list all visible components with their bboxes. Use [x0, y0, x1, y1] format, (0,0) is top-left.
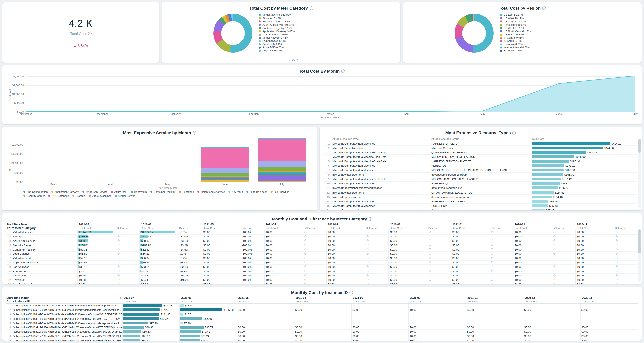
resource-group-cell[interactable]: devappserviceresourcegroup [431, 173, 532, 176]
legend-item-log-analytics[interactable]: Log Analytics 1.34% [259, 39, 341, 42]
month-header-2020-11[interactable]: 2020-11 [580, 296, 638, 299]
info-icon[interactable]: i [369, 217, 372, 221]
bar-segment-storage[interactable] [201, 168, 249, 173]
stacked-bar-march[interactable] [30, 137, 78, 182]
resource-group-cell[interactable]: HARNESS-UI-TEST-INFRA [431, 200, 532, 203]
table-row[interactable]: 13microsoft.web/serverfarmsdevappservice… [324, 195, 637, 199]
resource-group-cell[interactable]: HARNESS-FUNCTIONAL-TEST [431, 160, 532, 163]
legend-item-insight-and-analytics[interactable]: Insight and Analytics [198, 190, 225, 193]
sub-column-header[interactable]: Total Cost [524, 300, 537, 303]
resource-type-cell[interactable]: Microsoft.Compute/virtualMachineScaleSet… [332, 160, 431, 163]
resource-type-cell[interactable]: microsoft.operationalinsights/workspaces [332, 187, 431, 189]
legend-item-log-analytics[interactable]: Log Analytics [270, 190, 289, 193]
meter-category-cell[interactable]: 10Bandwidth [6, 269, 77, 273]
legend-item-us-west-2[interactable]: US West 2 5.18% [500, 26, 582, 30]
bar-segment-virtual-machines[interactable] [201, 148, 249, 168]
resource-type-cell[interactable]: Microsoft.Compute/virtualMachineScaleSet… [332, 155, 431, 158]
bar-segment-container-registry[interactable] [258, 173, 306, 175]
month-header-2021-05[interactable]: 2021-05 [202, 223, 264, 226]
sub-column-header[interactable]: Total Cost [466, 300, 480, 303]
table-row[interactable]: 16microsoft.web/serverfarmsdocexample-rg… [324, 208, 637, 210]
stacked-bar-may[interactable] [144, 137, 192, 182]
month-header-2021-02[interactable]: 2021-02 [388, 223, 451, 226]
sub-column-header[interactable]: Total Cost [352, 300, 365, 303]
legend-item-in-central[interactable]: IN Central 0.06% [500, 36, 582, 39]
previous-months-chevron-icon[interactable]: ‹ [120, 296, 122, 300]
legend-item-azure-dns[interactable]: Azure DNS 0.03% [259, 46, 341, 49]
legend-item-container-registry[interactable]: Container Registry [150, 190, 176, 193]
table-row[interactable]: 3Azure App Service$330.51∅$88.80-73.1%$0… [6, 239, 638, 243]
table-row[interactable]: 5Container Registry$80.36∅$52.53-34.6%$0… [6, 247, 638, 252]
legend-item-security-center[interactable]: Security Center [23, 194, 45, 197]
resource-type-cell[interactable]: Microsoft.Compute/virtualMachines [332, 169, 431, 171]
legend-item-unassigned[interactable]: Unassigned 8.93% [500, 23, 582, 26]
sub-column-header[interactable]: Difference [489, 227, 513, 229]
table-row[interactable]: 12Key Vault$0.08∅$0.64691.0%$0.00-100.0%… [6, 278, 638, 282]
resource-group-cell[interactable]: MC_CERESOURCEGROUP_CE-TEST-DONTDELETE_EA… [431, 169, 532, 171]
legend-item-security-center[interactable]: Security Center 10.82% [259, 20, 341, 23]
month-header-2021-01[interactable]: 2021-01 [451, 223, 513, 226]
resource-group-cell[interactable]: MC_CV-TEST_CV_TEST_EASTUS [431, 155, 532, 158]
meter-category-cell[interactable]: 4Security Center [6, 243, 77, 247]
month-header-2021-01[interactable]: 2021-01 [466, 296, 523, 299]
stacked-bar-june[interactable] [201, 137, 249, 182]
table-row[interactable]: 13App Configuration$0.00∅$0.00∅$0.00∅$0.… [6, 282, 638, 284]
sub-column-header[interactable]: Total Cost [451, 227, 489, 229]
legend-item-in-south[interactable]: IN South 0.04% [500, 39, 582, 42]
resource-type-cell[interactable]: Microsoft.Compute/virtualMachines [332, 200, 431, 203]
sub-column-header[interactable]: Difference [427, 227, 451, 229]
row-dimension-header[interactable]: Azure Instance ID [6, 300, 122, 303]
sub-column-header[interactable]: Total Cost [513, 227, 551, 229]
table-row[interactable]: 1Virtual Machines$1,143.93∅$1,072.17-6.3… [6, 230, 638, 235]
month-header-2021-03[interactable]: 2021-03 [351, 296, 409, 299]
meter-category-cell[interactable]: 7Virtual Network [6, 256, 77, 260]
info-icon[interactable]: i [192, 131, 196, 134]
resource-group-cell[interactable]: KERBEROS [431, 164, 532, 167]
sub-column-header[interactable]: Difference [115, 227, 140, 229]
sub-column-header[interactable]: Total Cost [576, 227, 614, 229]
bar-segment-application-gateway[interactable] [258, 181, 306, 182]
instance-id-cell[interactable]: 9/subscriptions/20d6a917-99fa-4b1b-9b2e-… [6, 339, 122, 341]
table-row[interactable]: 11Azure DNS$0.65∅$0.54-15.7%$0.00-100.0%… [6, 274, 638, 278]
scrollbar-thumb[interactable] [638, 139, 641, 153]
table-row[interactable]: 6Load Balancer$55.82∅$56.230.7%$0.00-100… [6, 252, 638, 256]
row-dimension-header[interactable]: Azure Meter Category [6, 226, 77, 230]
legend-item-bandwidth[interactable]: Bandwidth 0.19% [259, 43, 341, 46]
resource-type-cell[interactable]: microsoft.web/serverfarms [332, 209, 431, 210]
table-row[interactable]: 12microsoft.web/serverfarmsQA-AUTOMATION… [324, 190, 637, 195]
table-row[interactable]: 10Microsoft.Compute/virtualMachinesHARNE… [324, 182, 637, 186]
legend-item-virtual-network[interactable]: Virtual Network 2.46% [259, 36, 341, 39]
resource-type-cell[interactable]: Microsoft.Compute/virtualMachineScaleSet… [332, 178, 431, 181]
table-row[interactable]: 8Application Gateway$46.52∅$79.3570.6%$0… [6, 261, 638, 265]
previous-months-chevron-icon[interactable]: ‹ [75, 222, 77, 226]
resource-type-cell[interactable]: Microsoft.Compute/virtualMachineScaleSet… [332, 151, 431, 154]
resource-group-cell[interactable]: HARNESS-QA [431, 182, 532, 185]
month-header-2021-06[interactable]: 2021-06 [180, 296, 237, 299]
table-row[interactable]: 8microsoft.web/serverfarmsdevappservicer… [324, 173, 637, 177]
legend-item-virtual-network[interactable]: Virtual Network [115, 194, 136, 197]
resource-group-cell[interactable]: HARNESS-QA-SETUP [431, 142, 532, 145]
table-row[interactable]: 4/subscriptions/20d6a917-99fa-4b1b-9b2e-… [6, 317, 638, 321]
sub-column-header[interactable]: Total Cost [237, 300, 251, 303]
meter-category-cell[interactable]: 11Azure DNS [6, 274, 77, 278]
month-header-2021-07[interactable]: 2021-07 [77, 223, 140, 226]
meter-category-cell[interactable]: 8Application Gateway [6, 261, 77, 265]
legend-item-us-central[interactable]: US Central 12.47% [500, 20, 582, 23]
legend-item-application-gateway[interactable]: Application Gateway [52, 190, 79, 193]
sub-column-header[interactable]: Total Cost [78, 227, 115, 229]
stacked-bar-july[interactable] [258, 137, 306, 182]
resource-group-cell[interactable]: BUILDSERVER [431, 204, 532, 207]
month-header-2021-04[interactable]: 2021-04 [264, 223, 326, 226]
resource-type-cell[interactable]: Microsoft.Compute/virtualMachines [332, 182, 431, 185]
info-icon[interactable]: i [88, 32, 92, 35]
resource-type-cell[interactable]: Microsoft.Compute/virtualMachines [332, 164, 431, 167]
table-row[interactable]: 2Microsoft.Security/pricingsMicrosoft.Se… [324, 146, 637, 150]
month-header-2021-03[interactable]: 2021-03 [326, 223, 388, 226]
table-row[interactable]: 15Microsoft.Compute/virtualMachinesBUILD… [324, 204, 637, 208]
resource-group-cell[interactable]: QAVMSSRESOURCEGROUP [431, 151, 532, 154]
month-header-2020-11[interactable]: 2020-11 [575, 223, 638, 226]
table-row[interactable]: 9/subscriptions/20d6a917-99fa-4b1b-9b2e-… [6, 339, 638, 341]
month-header-2020-12[interactable]: 2020-12 [513, 223, 575, 226]
table-row[interactable]: 6Microsoft.Compute/virtualMachinesKERBER… [324, 164, 637, 168]
legend-item-key-vault[interactable]: Key Vault [228, 190, 243, 193]
